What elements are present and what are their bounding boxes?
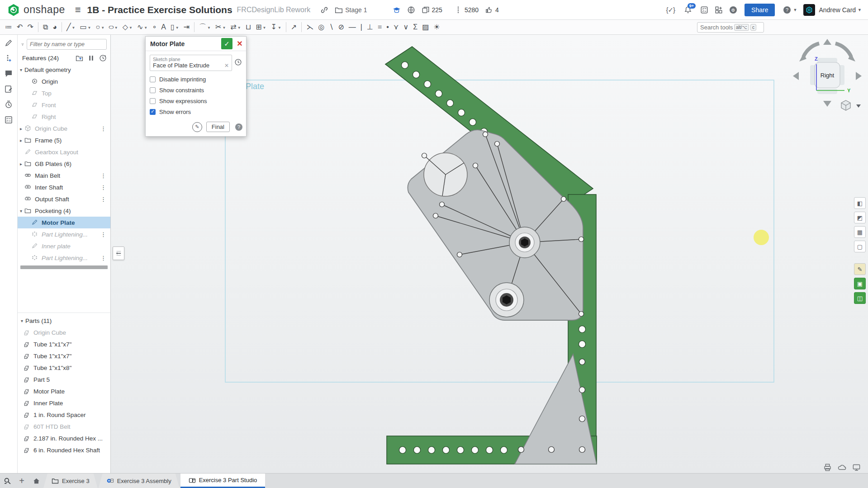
feature-pocketing-folder[interactable]: ▾ Pocketing (4) ⋮ xyxy=(18,205,110,217)
learning-center-icon[interactable]: ⚙ xyxy=(729,6,737,14)
help-caret-icon[interactable]: ▼ xyxy=(793,8,797,12)
named-views-button[interactable]: ▢ xyxy=(854,241,866,252)
section-view-button[interactable]: ◩ xyxy=(854,212,866,223)
polygon-tool[interactable]: ◇▼ xyxy=(121,22,134,32)
checkbox[interactable] xyxy=(150,98,156,104)
chevron-icon[interactable]: ▸ xyxy=(18,126,24,131)
text-tool[interactable]: A▼ xyxy=(160,22,167,32)
equal-constraint[interactable]: =▼ xyxy=(376,22,383,32)
center-hub[interactable] xyxy=(509,227,540,258)
symmetric-constraint[interactable]: ⋎▼ xyxy=(392,22,400,32)
edit-in-context-tool[interactable]: ◕▼ xyxy=(51,22,58,32)
part-part-5[interactable]: Part 5 xyxy=(18,374,110,385)
feature-options-icon[interactable]: ⋮ xyxy=(100,255,106,261)
tilt-down-arrow[interactable] xyxy=(823,101,831,107)
part-tube-1x1x8[interactable]: Tube 1"x1"x8" xyxy=(18,362,110,374)
tab-exercise-3-part-studio[interactable]: Exercise 3 Part Studio xyxy=(180,474,266,488)
search-tools-box[interactable]: alt/⌥ c xyxy=(697,22,764,33)
feature-origin-cube[interactable]: ▸ Origin Cube ⋮ xyxy=(18,123,110,134)
rollback-bar[interactable] xyxy=(20,265,108,269)
fillet-tool[interactable]: ⌒▼ xyxy=(198,22,212,32)
horizontal-constraint[interactable]: ―▼ xyxy=(347,22,357,32)
thumbs-up-icon[interactable] xyxy=(485,6,493,14)
coincident-constraint[interactable]: ⋋▼ xyxy=(305,22,315,32)
avatar[interactable] xyxy=(803,4,815,16)
view-cube-gizmo[interactable]: Right Z Y xyxy=(788,36,866,116)
ellipse-tool[interactable]: ○▼ xyxy=(108,22,119,32)
confirm-button[interactable]: ✓ xyxy=(221,38,232,49)
dialog-help-icon[interactable]: ? xyxy=(235,123,242,131)
final-button[interactable]: Final xyxy=(206,122,230,132)
cloud-render-icon[interactable] xyxy=(838,463,846,472)
tasks-list-icon[interactable] xyxy=(700,6,708,14)
line-tool[interactable]: ╱▼ xyxy=(65,22,77,32)
tool-caret-icon[interactable]: ▼ xyxy=(222,26,226,30)
part-origin-cube[interactable]: Origin Cube xyxy=(18,327,110,338)
tool-caret-icon[interactable]: ▼ xyxy=(278,26,281,30)
offset-tool[interactable]: ⇥▼ xyxy=(182,22,191,32)
view-settings-button[interactable]: ◧ xyxy=(854,197,866,209)
filter-funnel-icon[interactable] xyxy=(21,41,24,48)
user-name[interactable]: Andrew Card xyxy=(819,6,856,14)
hatch-tool[interactable]: ▨▼ xyxy=(421,22,430,32)
circle-tool[interactable]: ○▼ xyxy=(95,22,106,32)
filter-input[interactable] xyxy=(27,39,107,50)
chevron-icon[interactable]: ▸ xyxy=(18,138,24,143)
onshape-logo-icon[interactable] xyxy=(7,3,20,17)
chevron-icon[interactable]: ▾ xyxy=(18,208,24,213)
pan-left-arrow[interactable] xyxy=(793,72,799,80)
new-tab-button[interactable]: + xyxy=(14,474,29,488)
midpoint-constraint[interactable]: •▼ xyxy=(385,22,390,32)
checkbox[interactable] xyxy=(150,87,156,93)
rectangle-tool[interactable]: ▭▼ xyxy=(78,22,92,32)
history-clock-icon[interactable] xyxy=(234,58,242,66)
part-round-spacer[interactable]: 1 in. Round Spacer xyxy=(18,409,110,421)
rollback-clock-icon[interactable] xyxy=(99,54,107,62)
feature-list-panel-icon[interactable] xyxy=(4,38,13,47)
print-icon[interactable] xyxy=(823,463,832,472)
help-icon[interactable]: ? xyxy=(783,6,791,14)
part-2187-rounded-hex[interactable]: 2.187 in. Rounded Hex ... xyxy=(18,432,110,444)
feature-gearbox-layout[interactable]: Gearbox Layout ⋮ xyxy=(18,146,110,158)
hidden-edges-button[interactable]: ▦ xyxy=(854,226,866,238)
featurescript-icon[interactable]: {✓} xyxy=(666,6,675,14)
feature-inner-plate[interactable]: Inner plate ⋮ xyxy=(18,240,110,252)
spline-tool[interactable]: ∿▼ xyxy=(136,22,149,32)
parts-filter-button[interactable]: ◫ xyxy=(854,292,866,304)
feature-main-belt[interactable]: Main Belt ⋮ xyxy=(18,170,110,181)
feature-part-lightening-2[interactable]: Part Lightening... ⋮ xyxy=(18,252,110,264)
search-tabs-button[interactable] xyxy=(0,474,14,488)
tool-caret-icon[interactable]: ▼ xyxy=(237,26,241,30)
sketch-plane-field[interactable]: Sketch plane Face of Plate Extrude ✕ xyxy=(150,55,232,71)
link-icon[interactable] xyxy=(320,6,328,14)
learning-cap-icon[interactable] xyxy=(393,6,401,14)
home-tab-button[interactable] xyxy=(29,474,43,488)
feature-origin[interactable]: Origin ⋮ xyxy=(18,76,110,87)
tool-caret-icon[interactable]: ▼ xyxy=(101,26,104,30)
public-globe-icon[interactable] xyxy=(407,6,415,14)
trim-tool[interactable]: ✂▼ xyxy=(214,22,227,32)
checkbox[interactable] xyxy=(150,76,156,82)
sketch-filter-button[interactable]: ✎ xyxy=(854,263,866,275)
feature-right-plane[interactable]: Right ⋮ xyxy=(18,111,110,123)
vertical-constraint[interactable]: |▼ xyxy=(359,22,364,32)
hamburger-menu-icon[interactable]: ≡ xyxy=(75,4,81,16)
user-menu-caret-icon[interactable]: ▼ xyxy=(858,8,862,12)
notes-panel-icon[interactable] xyxy=(4,85,13,94)
checkbox[interactable] xyxy=(150,109,156,115)
feature-part-lightening-1[interactable]: Part Lightening... ⋮ xyxy=(18,228,110,240)
parts-chevron-icon[interactable]: ▾ xyxy=(19,318,25,323)
panel-flyout-button[interactable] xyxy=(113,246,124,260)
suppress-pause-icon[interactable] xyxy=(87,54,95,62)
variables-panel-icon[interactable] xyxy=(4,54,13,63)
feature-motor-plate[interactable]: Motor Plate ⋮ xyxy=(18,217,110,228)
part-tube-1x1x7-b[interactable]: Tube 1"x1"x7" xyxy=(18,350,110,362)
pattern-tool[interactable]: ⊞▼ xyxy=(254,22,267,32)
slot-tool[interactable]: ▯▼ xyxy=(169,22,180,32)
redo-tool[interactable]: ↷▼ xyxy=(26,22,34,32)
point-tool[interactable]: ∘▼ xyxy=(151,22,158,32)
share-button[interactable]: Share xyxy=(745,4,775,16)
import-dxf-tool[interactable]: ↧▼ xyxy=(270,22,283,32)
feature-gb-plates-folder[interactable]: ▸ GB Plates (6) ⋮ xyxy=(18,158,110,170)
perpendicular-constraint[interactable]: ⊥▼ xyxy=(365,22,375,32)
